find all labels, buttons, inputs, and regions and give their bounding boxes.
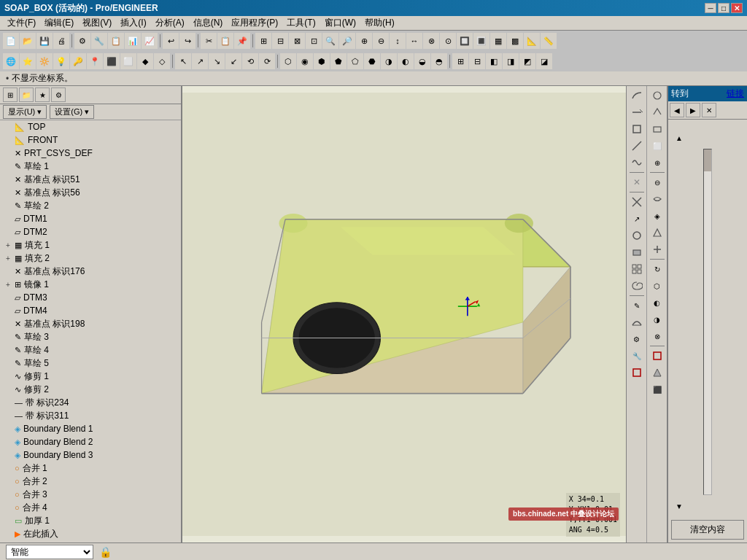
menu-window[interactable]: 窗口(W) xyxy=(320,16,360,30)
tb2-btn-5[interactable]: 🔑 xyxy=(70,53,86,69)
panel-icon-folder[interactable]: 📁 xyxy=(19,88,34,102)
tb2-btn-12[interactable]: ↗ xyxy=(192,53,208,69)
tb-btn-17[interactable]: ⊞ xyxy=(255,33,271,49)
mrt-btn11[interactable]: ↻ xyxy=(649,261,665,277)
paste-button[interactable]: 📌 xyxy=(234,33,250,49)
far-right-link[interactable]: 链接 xyxy=(727,88,744,100)
menu-view[interactable]: 视图(V) xyxy=(78,16,116,30)
tb2-btn-28[interactable]: ⊟ xyxy=(469,53,485,69)
tb-btn-24[interactable]: ⊖ xyxy=(373,33,389,49)
rt-shape1[interactable] xyxy=(629,121,645,137)
tb-btn-22[interactable]: 🔎 xyxy=(339,33,355,49)
menu-help[interactable]: 帮助(H) xyxy=(360,16,399,30)
tb2-btn-18[interactable]: ◉ xyxy=(297,53,313,69)
tb2-btn-22[interactable]: ⬣ xyxy=(364,53,380,69)
panel-icon-tree[interactable]: ⊞ xyxy=(3,88,18,102)
tb2-btn-25[interactable]: ◒ xyxy=(414,53,430,69)
tb2-btn-21[interactable]: ⬠ xyxy=(347,53,363,69)
tree-item-6[interactable]: ✎草绘 2 xyxy=(0,199,181,212)
tree-item-21[interactable]: —带 标识234 xyxy=(0,396,181,409)
tree-item-22[interactable]: —带 标识311 xyxy=(0,409,181,422)
mrt-btn6[interactable]: ⊖ xyxy=(649,174,665,190)
nav-back[interactable]: ◀ xyxy=(670,103,684,117)
mrt-btn18[interactable]: ⬛ xyxy=(649,381,665,397)
tb-btn-23[interactable]: ⊕ xyxy=(356,33,372,49)
tree-item-11[interactable]: ✕基准点 标识176 xyxy=(0,265,181,278)
tree-item-25[interactable]: ◈Boundary Blend 3 xyxy=(0,448,181,462)
menu-edit[interactable]: 编辑(E) xyxy=(40,16,78,30)
rt-fill[interactable] xyxy=(629,244,645,260)
mrt-btn8[interactable]: ◈ xyxy=(649,208,665,224)
mrt-btn7[interactable] xyxy=(649,191,665,207)
tb-btn-31[interactable]: ▦ xyxy=(490,33,506,49)
tb-btn-34[interactable]: 📏 xyxy=(541,33,557,49)
mrt-btn4[interactable]: ⬜ xyxy=(649,138,665,154)
mrt-btn9[interactable] xyxy=(649,225,665,241)
tb-btn-30[interactable]: 🔳 xyxy=(473,33,489,49)
mrt-btn10[interactable] xyxy=(649,241,665,257)
tree-item-15[interactable]: ✕基准点 标识198 xyxy=(0,317,181,330)
mrt-btn15[interactable]: ⊗ xyxy=(649,328,665,344)
menu-file[interactable]: 文件(F) xyxy=(3,16,40,30)
tb-btn-32[interactable]: ▩ xyxy=(507,33,523,49)
tree-item-24[interactable]: ◈Boundary Blend 2 xyxy=(0,435,181,448)
tb2-btn-29[interactable]: ◧ xyxy=(486,53,502,69)
rt-curve2[interactable] xyxy=(629,104,645,120)
tree-item-30[interactable]: ▭加厚 1 xyxy=(0,514,181,527)
rt-arrow1[interactable]: ↗ xyxy=(629,211,645,227)
menu-analysis[interactable]: 分析(A) xyxy=(151,16,189,30)
maximize-button[interactable]: □ xyxy=(718,3,729,13)
rt-grid[interactable] xyxy=(629,261,645,277)
rt-wave[interactable] xyxy=(629,155,645,171)
tb2-btn-10[interactable]: ◇ xyxy=(154,53,170,69)
tb2-btn-2[interactable]: ⭐ xyxy=(20,53,36,69)
tb-btn-18[interactable]: ⊟ xyxy=(272,33,288,49)
menu-info[interactable]: 信息(N) xyxy=(189,16,228,30)
tb2-btn-15[interactable]: ⟲ xyxy=(242,53,258,69)
open-button[interactable]: 📂 xyxy=(20,33,36,49)
tree-item-26[interactable]: ○合并 1 xyxy=(0,462,181,475)
tb-btn-19[interactable]: ⊠ xyxy=(289,33,305,49)
rt-box[interactable] xyxy=(629,365,645,381)
tb2-btn-11[interactable]: ↖ xyxy=(175,53,191,69)
tb2-btn-23[interactable]: ◑ xyxy=(381,53,397,69)
rt-spiral[interactable] xyxy=(629,278,645,294)
tb2-btn-31[interactable]: ◩ xyxy=(519,53,535,69)
tree-item-0[interactable]: 📐TOP xyxy=(0,120,181,133)
mrt-btn13[interactable]: ◐ xyxy=(649,295,665,311)
tb2-btn-9[interactable]: ◆ xyxy=(137,53,153,69)
mrt-btn1[interactable] xyxy=(649,88,665,104)
copy-button[interactable]: 📋 xyxy=(217,33,233,49)
undo-button[interactable]: ↩ xyxy=(163,33,179,49)
save-button[interactable]: 💾 xyxy=(36,33,53,49)
settings-button[interactable]: 设置(G) ▾ xyxy=(50,105,94,119)
mrt-btn12[interactable]: ⬡ xyxy=(649,278,665,294)
rt-cut[interactable] xyxy=(629,194,645,210)
tb-btn-9[interactable]: 📈 xyxy=(142,33,158,49)
rt-sweep[interactable] xyxy=(629,314,645,330)
tb2-btn-1[interactable]: 🌐 xyxy=(3,53,19,69)
mrt-btn17[interactable] xyxy=(649,365,665,381)
fr-btn2[interactable]: ▼ xyxy=(671,498,687,514)
tree-item-13[interactable]: ▱DTM3 xyxy=(0,291,181,304)
nav-forward[interactable]: ▶ xyxy=(686,103,700,117)
nav-close[interactable]: ✕ xyxy=(702,103,716,117)
mrt-btn3[interactable] xyxy=(649,121,665,137)
tb2-btn-19[interactable]: ⬢ xyxy=(314,53,330,69)
tree-item-12[interactable]: +⊞镜像 1 xyxy=(0,278,181,291)
panel-icon-star[interactable]: ★ xyxy=(35,88,50,102)
new-button[interactable]: 📄 xyxy=(3,33,19,49)
tree-item-31[interactable]: ▶在此插入 xyxy=(0,527,181,540)
tb-btn-7[interactable]: 📋 xyxy=(108,33,124,49)
tree-item-27[interactable]: ○合并 2 xyxy=(0,475,181,488)
tree-item-20[interactable]: ∿修剪 2 xyxy=(0,383,181,396)
tb-btn-6[interactable]: 🔧 xyxy=(91,33,107,49)
tb-btn-27[interactable]: ⊗ xyxy=(423,33,439,49)
menu-insert[interactable]: 插入(I) xyxy=(116,16,150,30)
tb-btn-29[interactable]: 🔲 xyxy=(457,33,473,49)
smart-select[interactable]: 智能 几何 特征 基准 xyxy=(6,545,93,559)
menu-tools[interactable]: 工具(T) xyxy=(282,16,320,30)
tree-item-19[interactable]: ∿修剪 1 xyxy=(0,370,181,383)
lock-icon[interactable]: 🔒 xyxy=(99,546,112,558)
tree-item-16[interactable]: ✎草绘 3 xyxy=(0,330,181,343)
